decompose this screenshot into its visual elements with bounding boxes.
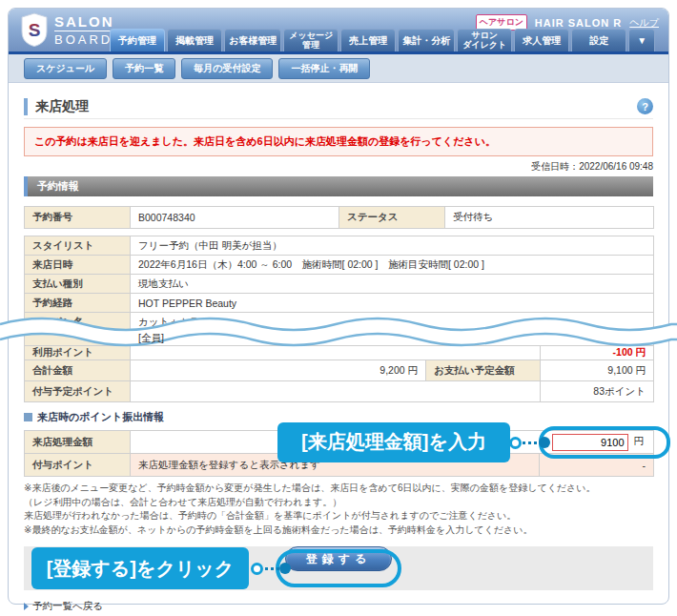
booking-route-label: 予約経路 [25, 294, 131, 313]
stylist-label: スタイリスト [25, 236, 131, 256]
subnav-schedule-button[interactable]: スケジュール [24, 58, 107, 79]
processing-amount-label: 来店処理金額 [25, 431, 131, 454]
deadline-alert: この予約は来店日を迎えました。来店日を含め6日以内に来店処理金額の登録を行ってく… [24, 127, 653, 156]
stylist-value: フリー予約（中田 明美が担当） [131, 236, 654, 256]
table-row: 付与予定ポイント 83ポイント [25, 381, 654, 402]
page-title: 来店処理 [24, 98, 89, 115]
footnote-line: ※来店後のメニュー変更など、予約時金額から変更が発生した場合は、来店日を含めて6… [24, 482, 653, 496]
table-row: 合計金額 9,200 円 お支払い予定金額 9,100 円 [25, 360, 654, 381]
callout-chain-ring-icon [251, 563, 263, 575]
table-row: スタイリスト フリー予約（中田 明美が担当） [25, 236, 654, 256]
tab-salon-direct[interactable]: サロン ダイレクト [457, 29, 512, 51]
salon-name: HAIR SALON R [535, 17, 622, 29]
submit-bar: 登録する [登録する]をクリック [24, 546, 653, 590]
tab-customer-management[interactable]: お客様管理 [224, 29, 281, 51]
subnav-monthly-setting-button[interactable]: 毎月の受付設定 [181, 58, 273, 79]
tab-recruiting[interactable]: 求人管理 [514, 29, 569, 51]
table-row: 支払い種別 現地支払い [25, 275, 654, 294]
salon-board-logo: S SALON BOARD [20, 12, 114, 47]
processing-amount-input[interactable] [552, 434, 628, 451]
svg-text:S: S [29, 20, 41, 40]
callout-chain-dot-icon [539, 437, 550, 448]
table-row-truncated: [全員] [25, 332, 654, 346]
section-bullet-icon [24, 413, 32, 421]
planned-payment-label: お支払い予定金額 [426, 360, 541, 381]
register-button[interactable]: 登録する [285, 546, 392, 571]
planned-points-spacer [131, 381, 541, 402]
input-callout: [来店処理金額]を入力 [277, 422, 510, 462]
table-row: クーポン名 カット＋カラー [25, 313, 654, 332]
payment-type-label: 支払い種別 [25, 275, 131, 294]
callout-chain-dot-icon [279, 563, 291, 574]
grant-points-value: - [540, 454, 654, 477]
total-amount-label: 合計金額 [25, 360, 131, 381]
header: S SALON BOARD ヘアサロン HAIR SALON R ヘルプ 予約管… [9, 9, 668, 54]
visit-datetime-label: 来店日時 [25, 256, 131, 275]
section-title-text: 来店時のポイント振出情報 [37, 410, 164, 424]
logo-shield-icon: S [20, 12, 49, 47]
tab-reservation-management[interactable]: 予約管理 [110, 29, 165, 51]
tab-sales-management[interactable]: 売上管理 [340, 29, 396, 51]
table-row: 予約番号 B000748340 ステータス 受付待ち [25, 207, 654, 229]
booking-route-value: HOT PEPPER Beauty [131, 294, 654, 313]
planned-points-label: 付与予定ポイント [25, 381, 131, 402]
callout-dotted-line [523, 441, 537, 444]
main-nav-tabs: 予約管理 掲載管理 お客様管理 メッセージ 管理 売上管理 集計・分析 サロン … [110, 29, 655, 51]
footnote-line: ※最終的なお支払金額が、ネットからの予約時金額を上回る施術料金だった場合は、予約… [24, 524, 653, 538]
back-to-list-link[interactable]: 予約一覧へ戻る [24, 600, 653, 613]
logo-text-board: BOARD [54, 31, 114, 46]
points-used-label: 利用ポイント [25, 346, 131, 360]
tab-analytics[interactable]: 集計・分析 [398, 29, 455, 51]
status-badge: 受付待ち [445, 207, 654, 229]
planned-payment-value: 9,100 円 [541, 360, 654, 381]
tab-message-management[interactable]: メッセージ 管理 [283, 29, 338, 51]
footnote-line: 来店処理が行われなかった場合は、予約時の「合計金額」を基準にポイントが付与されま… [24, 509, 653, 524]
subnav-reservation-list-button[interactable]: 予約一覧 [113, 58, 175, 79]
points-used-value: -100 円 [541, 346, 654, 360]
section-header-reservation-info: 予約情報 [24, 176, 653, 196]
truncated-row-label [25, 332, 131, 346]
coupon-name-value: カット＋カラー [131, 313, 654, 332]
points-used-spacer [131, 346, 541, 360]
help-link[interactable]: ヘルプ [629, 16, 659, 30]
more-tabs-button[interactable]: ▼ [628, 29, 655, 51]
currency-unit-label: 円 [634, 435, 645, 446]
reservation-no-label: 予約番号 [25, 207, 131, 229]
help-icon[interactable]: ? [637, 98, 653, 114]
footnotes: ※来店後のメニュー変更など、予約時金額から変更が発生した場合は、来店日を含めて6… [24, 482, 653, 537]
reservation-detail-table: スタイリスト フリー予約（中田 明美が担当） 来店日時 2022年6月16日（木… [24, 236, 654, 402]
button-callout: [登録する]をクリック [31, 547, 249, 589]
callout-dotted-line [265, 567, 279, 570]
truncated-row-value: [全員] [131, 332, 654, 346]
table-row: 来店日時 2022年6月16日（木）4:00 ～ 6:00 施術時間[ 02:0… [25, 256, 654, 275]
visit-processing-table: 来店処理金額 円 [来店処理金額]を入力 付与ポイント 来店処理金額を登録すると… [24, 430, 654, 477]
coupon-name-label: クーポン名 [25, 313, 131, 332]
grant-points-label: 付与ポイント [25, 454, 131, 477]
status-label: ステータス [339, 207, 445, 229]
total-amount-value: 9,200 円 [131, 360, 426, 381]
tab-listing-management[interactable]: 掲載管理 [167, 29, 222, 51]
footnote-line: （レジ利用中の場合は、会計と合わせて来店処理が自動で行われます。） [24, 496, 653, 510]
reservation-no-value: B000748340 [131, 207, 339, 229]
processing-amount-cell: 円 [来店処理金額]を入力 [131, 431, 654, 454]
subnav-bulk-stop-resume-button[interactable]: 一括停止・再開 [278, 58, 370, 79]
payment-type-value: 現地支払い [131, 275, 654, 294]
table-row: 来店処理金額 円 [来店処理金額]を入力 [25, 431, 654, 454]
callout-chain-ring-icon [509, 437, 522, 449]
table-row: 予約経路 HOT PEPPER Beauty [25, 294, 654, 313]
sub-nav: スケジュール 予約一覧 毎月の受付設定 一括停止・再開 [9, 54, 668, 83]
tab-settings[interactable]: 設定 [571, 29, 626, 51]
logo-text-salon: SALON [54, 14, 114, 31]
right-arrow-icon [24, 603, 29, 610]
planned-points-value: 83ポイント [541, 381, 654, 402]
visit-datetime-value: 2022年6月16日（木）4:00 ～ 6:00 施術時間[ 02:00 ] 施… [131, 256, 654, 275]
app-window: S SALON BOARD ヘアサロン HAIR SALON R ヘルプ 予約管… [8, 8, 669, 605]
table-row: 利用ポイント -100 円 [25, 346, 654, 360]
received-datetime: 受信日時：2022/06/16 09:48 [24, 160, 653, 174]
back-to-list-label: 予約一覧へ戻る [32, 600, 103, 613]
reservation-number-table: 予約番号 B000748340 ステータス 受付待ち [24, 206, 654, 229]
